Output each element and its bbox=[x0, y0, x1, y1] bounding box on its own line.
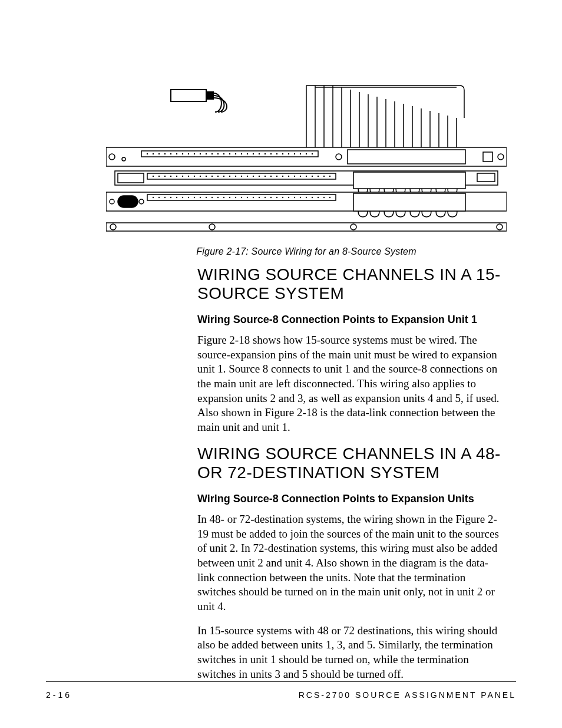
heading-section-2: WIRING SOURCE CHANNELS IN A 48- OR 72-DE… bbox=[197, 444, 504, 482]
svg-rect-47 bbox=[118, 196, 138, 207]
svg-point-68 bbox=[229, 176, 230, 177]
subheading-2-1: Wiring Source-8 Connection Points to Exp… bbox=[197, 493, 504, 505]
svg-point-14 bbox=[170, 153, 171, 154]
svg-point-58 bbox=[170, 176, 171, 177]
svg-point-113 bbox=[312, 197, 313, 198]
svg-point-111 bbox=[300, 197, 301, 198]
svg-point-84 bbox=[323, 176, 325, 177]
svg-point-103 bbox=[253, 197, 254, 198]
svg-point-45 bbox=[110, 199, 114, 204]
svg-point-31 bbox=[270, 153, 272, 154]
svg-point-33 bbox=[282, 153, 283, 154]
page-number: 2-16 bbox=[46, 690, 72, 700]
svg-point-83 bbox=[318, 176, 319, 177]
svg-point-37 bbox=[306, 153, 307, 154]
svg-point-101 bbox=[241, 197, 242, 198]
svg-point-112 bbox=[306, 197, 307, 198]
svg-point-56 bbox=[158, 176, 160, 177]
svg-point-19 bbox=[200, 153, 201, 154]
svg-rect-40 bbox=[118, 173, 144, 183]
svg-point-114 bbox=[318, 197, 319, 198]
svg-point-90 bbox=[176, 197, 177, 198]
svg-point-91 bbox=[182, 197, 183, 198]
svg-rect-50 bbox=[106, 223, 507, 231]
svg-point-61 bbox=[188, 176, 189, 177]
svg-point-12 bbox=[158, 153, 160, 154]
svg-point-99 bbox=[229, 197, 230, 198]
svg-point-102 bbox=[247, 197, 248, 198]
svg-rect-1 bbox=[206, 92, 213, 99]
svg-point-21 bbox=[211, 153, 213, 154]
svg-point-51 bbox=[110, 224, 116, 230]
svg-point-66 bbox=[217, 176, 219, 177]
svg-point-53 bbox=[351, 224, 356, 230]
svg-point-28 bbox=[253, 153, 254, 154]
svg-point-100 bbox=[235, 197, 236, 198]
svg-point-86 bbox=[153, 197, 154, 198]
svg-point-67 bbox=[223, 176, 224, 177]
svg-point-105 bbox=[265, 197, 266, 198]
svg-point-76 bbox=[276, 176, 277, 177]
svg-rect-0 bbox=[171, 90, 206, 101]
para-2-2: In 15-source systems with 48 or 72 desti… bbox=[197, 624, 504, 682]
svg-point-95 bbox=[206, 197, 207, 198]
svg-point-70 bbox=[241, 176, 242, 177]
svg-point-92 bbox=[188, 197, 189, 198]
svg-point-96 bbox=[211, 197, 213, 198]
svg-point-81 bbox=[306, 176, 307, 177]
svg-point-22 bbox=[217, 153, 219, 154]
svg-point-29 bbox=[259, 153, 260, 154]
svg-point-52 bbox=[209, 224, 215, 230]
svg-rect-8 bbox=[348, 150, 465, 164]
svg-point-93 bbox=[194, 197, 195, 198]
svg-point-71 bbox=[247, 176, 248, 177]
svg-point-59 bbox=[176, 176, 177, 177]
svg-point-36 bbox=[300, 153, 301, 154]
page-footer: 2-16 RCS-2700 SOURCE ASSIGNMENT PANEL bbox=[46, 681, 516, 700]
figure-caption: Figure 2-17: Source Wiring for an 8-Sour… bbox=[106, 246, 507, 257]
svg-point-87 bbox=[158, 197, 160, 198]
para-1-1: Figure 2-18 shows how 15-source systems … bbox=[197, 333, 504, 435]
svg-point-23 bbox=[223, 153, 224, 154]
svg-point-108 bbox=[282, 197, 283, 198]
svg-point-26 bbox=[241, 153, 242, 154]
svg-point-27 bbox=[247, 153, 248, 154]
figure-2-17: Figure 2-17: Source Wiring for an 8-Sour… bbox=[106, 77, 507, 257]
heading-section-1: WIRING SOURCE CHANNELS IN A 15-SOURCE SY… bbox=[197, 265, 504, 303]
svg-point-38 bbox=[312, 153, 313, 154]
svg-point-80 bbox=[300, 176, 301, 177]
svg-point-25 bbox=[235, 153, 236, 154]
svg-point-11 bbox=[153, 153, 154, 154]
svg-point-17 bbox=[188, 153, 189, 154]
para-2-1: In 48- or 72-destination systems, the wi… bbox=[197, 512, 504, 614]
svg-rect-43 bbox=[477, 173, 495, 182]
svg-point-73 bbox=[259, 176, 260, 177]
svg-point-78 bbox=[288, 176, 289, 177]
svg-point-6 bbox=[122, 157, 125, 161]
svg-point-88 bbox=[164, 197, 166, 198]
svg-point-24 bbox=[229, 153, 230, 154]
svg-rect-42 bbox=[353, 172, 465, 189]
svg-point-79 bbox=[294, 176, 295, 177]
svg-point-85 bbox=[329, 176, 330, 177]
svg-point-13 bbox=[164, 153, 166, 154]
svg-point-89 bbox=[170, 197, 171, 198]
svg-point-82 bbox=[312, 176, 313, 177]
svg-rect-9 bbox=[483, 152, 492, 162]
svg-point-72 bbox=[253, 176, 254, 177]
subheading-1-1: Wiring Source-8 Connection Points to Exp… bbox=[197, 314, 504, 326]
svg-point-107 bbox=[276, 197, 277, 198]
page: Figure 2-17: Source Wiring for an 8-Sour… bbox=[0, 0, 562, 728]
main-content: WIRING SOURCE CHANNELS IN A 15-SOURCE SY… bbox=[197, 265, 504, 691]
svg-point-5 bbox=[498, 154, 504, 160]
svg-point-3 bbox=[109, 154, 115, 160]
svg-point-30 bbox=[265, 153, 266, 154]
svg-point-4 bbox=[336, 154, 342, 160]
svg-point-54 bbox=[497, 224, 503, 230]
svg-point-55 bbox=[153, 176, 154, 177]
svg-point-77 bbox=[282, 176, 283, 177]
wiring-diagram-icon bbox=[106, 77, 507, 236]
svg-point-97 bbox=[217, 197, 219, 198]
svg-point-46 bbox=[139, 199, 144, 204]
svg-point-62 bbox=[194, 176, 195, 177]
